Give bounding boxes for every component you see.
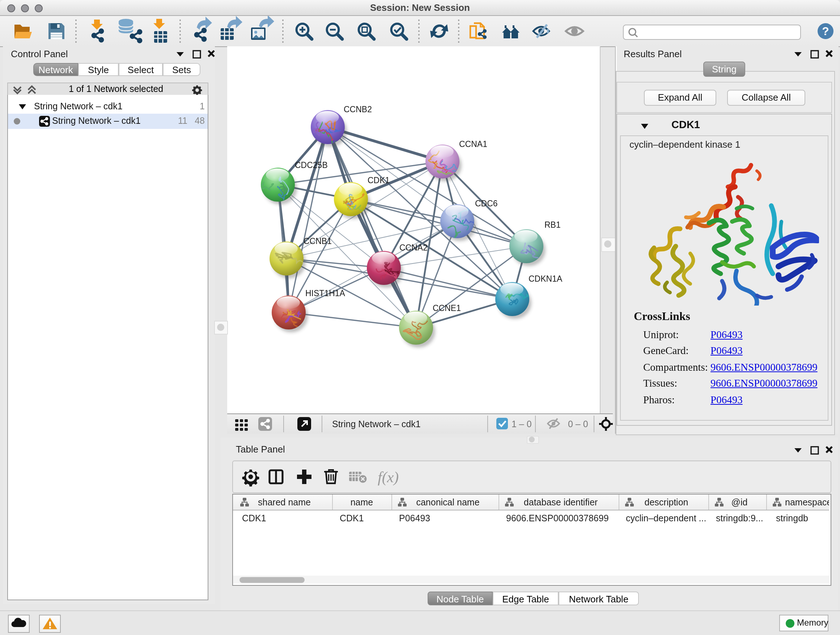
svg-text:CCNE1: CCNE1 bbox=[433, 303, 461, 313]
svg-text:namespace: namespace bbox=[785, 497, 829, 507]
svg-text:CDK1: CDK1 bbox=[368, 176, 390, 185]
svg-text:shared name: shared name bbox=[258, 497, 311, 507]
svg-text:CDKN1A: CDKN1A bbox=[529, 274, 562, 283]
svg-text:stringdb: stringdb bbox=[776, 513, 808, 523]
svg-text:1 – 0: 1 – 0 bbox=[512, 419, 532, 429]
svg-text:CCNB2: CCNB2 bbox=[344, 105, 372, 114]
svg-text:canonical name: canonical name bbox=[416, 497, 479, 507]
svg-text:stringdb:9...: stringdb:9... bbox=[716, 513, 763, 523]
svg-text:P06493: P06493 bbox=[399, 513, 430, 523]
svg-text:CDK1: CDK1 bbox=[242, 513, 266, 523]
svg-text:name: name bbox=[351, 497, 373, 507]
svg-text:CCNA2: CCNA2 bbox=[399, 243, 428, 252]
svg-text:HIST1H1A: HIST1H1A bbox=[305, 288, 346, 298]
svg-text:CCNB1: CCNB1 bbox=[303, 236, 332, 246]
svg-text:CDC25B: CDC25B bbox=[295, 160, 328, 170]
svg-text:CDC6: CDC6 bbox=[475, 199, 498, 208]
svg-text:database identifier: database identifier bbox=[524, 497, 598, 507]
svg-text:@id: @id bbox=[731, 497, 748, 507]
svg-text:CCNA1: CCNA1 bbox=[459, 139, 487, 149]
svg-text:RB1: RB1 bbox=[545, 220, 561, 230]
svg-text:CDK1: CDK1 bbox=[340, 513, 364, 523]
svg-text:9606.ENSP00000378699: 9606.ENSP00000378699 bbox=[506, 513, 609, 523]
svg-text:0 – 0: 0 – 0 bbox=[568, 419, 588, 429]
svg-text:?: ? bbox=[822, 25, 829, 38]
svg-text:cyclin–dependent ...: cyclin–dependent ... bbox=[626, 513, 706, 523]
svg-text:String Network – cdk1: String Network – cdk1 bbox=[332, 419, 421, 429]
svg-text:f(x): f(x) bbox=[378, 469, 399, 486]
svg-text:description: description bbox=[645, 497, 688, 507]
